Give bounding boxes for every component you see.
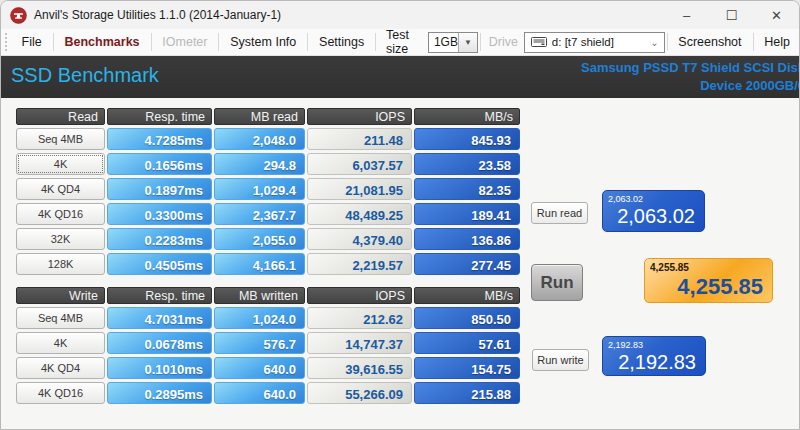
iops-cell: 39,616.55 (307, 357, 412, 379)
read-table: Read Resp. time MB read IOPS MB/s Seq 4M… (16, 108, 520, 275)
menu-separator (667, 33, 668, 51)
menu-help[interactable]: Help (755, 29, 799, 55)
drive-value: d: [t7 shield] (552, 36, 646, 48)
total-score-small: 4,255.85 (645, 259, 772, 273)
mb-read-cell: 294.8 (214, 153, 305, 175)
resp-time-cell: 4.7031ms (107, 307, 212, 329)
mbs-cell: 189.41 (414, 203, 520, 225)
page-title: SSD Benchmark (11, 64, 159, 87)
iops-cell: 55,266.09 (307, 382, 412, 404)
resp-time-cell: 0.1897ms (107, 178, 212, 200)
iops-cell: 4,379.40 (307, 228, 412, 250)
menu-bar: File Benchmarks IOmeter System Info Sett… (1, 29, 799, 56)
resp-time-cell: 4.7285ms (107, 128, 212, 150)
test-size-value: 1GB (429, 35, 458, 49)
run-button[interactable]: Run (531, 264, 583, 301)
column-header: Resp. time (107, 287, 212, 304)
column-header: Resp. time (107, 108, 212, 125)
column-header: MB/s (414, 287, 520, 304)
iops-cell: 21,081.95 (307, 178, 412, 200)
iops-cell: 211.48 (307, 128, 412, 150)
total-score-box: 4,255.85 4,255.85 (644, 258, 773, 303)
row-button-128k-read[interactable]: 128K (16, 253, 105, 275)
row-button-4k-read[interactable]: 4K (16, 153, 105, 175)
maximize-icon[interactable]: ☐ (709, 1, 754, 29)
menu-separator (307, 33, 308, 51)
mb-written-cell: 576.7 (214, 332, 305, 354)
mb-written-cell: 640.0 (214, 357, 305, 379)
iops-cell: 2,219.57 (307, 253, 412, 275)
column-header: MB written (214, 287, 305, 304)
test-size-select[interactable]: 1GB ▼ (428, 32, 478, 53)
toolbar-gripper[interactable] (5, 33, 9, 51)
menu-settings[interactable]: Settings (310, 29, 373, 55)
mbs-cell: 57.61 (414, 332, 520, 354)
write-score-box: 2,192.83 2,192.83 (602, 336, 706, 376)
menu-screenshot[interactable]: Screenshot (669, 29, 750, 55)
mb-read-cell: 2,048.0 (214, 128, 305, 150)
write-score-small: 2,192.83 (603, 337, 705, 350)
read-score-box: 2,063.02 2,063.02 (602, 190, 705, 232)
resp-time-cell: 0.0678ms (107, 332, 212, 354)
mb-written-cell: 640.0 (214, 382, 305, 404)
mbs-cell: 154.75 (414, 357, 520, 379)
row-button-4k-write[interactable]: 4K (16, 332, 105, 354)
row-button-4kqd16-read[interactable]: 4K QD16 (16, 203, 105, 225)
close-icon[interactable]: ✕ (754, 1, 799, 29)
chevron-down-icon[interactable]: ⌄ (646, 37, 664, 48)
iops-cell: 14,747.37 (307, 332, 412, 354)
app-window: Anvil's Storage Utilities 1.1.0 (2014-Ja… (0, 0, 800, 430)
mbs-cell: 136.86 (414, 228, 520, 250)
column-header: IOPS (307, 287, 412, 304)
device-name: Samsung PSSD T7 Shield SCSI Disk (581, 59, 799, 77)
row-button-4kqd4-write[interactable]: 4K QD4 (16, 357, 105, 379)
section-header: SSD Benchmark Samsung PSSD T7 Shield SCS… (1, 56, 799, 98)
row-button-32k-read[interactable]: 32K (16, 228, 105, 250)
iops-cell: 48,489.25 (307, 203, 412, 225)
write-table: Write Resp. time MB written IOPS MB/s Se… (16, 287, 520, 404)
read-score-small: 2,063.02 (603, 191, 704, 204)
device-info: Samsung PSSD T7 Shield SCSI Disk Device … (581, 59, 799, 94)
row-button-seq4mb-read[interactable]: Seq 4MB (16, 128, 105, 150)
chevron-down-icon[interactable]: ▼ (458, 33, 477, 52)
drive-icon (531, 37, 547, 47)
row-button-4kqd16-write[interactable]: 4K QD16 (16, 382, 105, 404)
resp-time-cell: 0.3300ms (107, 203, 212, 225)
resp-time-cell: 0.2895ms (107, 382, 212, 404)
minimize-icon[interactable]: – (664, 1, 709, 29)
mb-read-cell: 2,367.7 (214, 203, 305, 225)
menu-file[interactable]: File (13, 29, 51, 55)
column-header: Read (16, 108, 105, 125)
title-bar: Anvil's Storage Utilities 1.1.0 (2014-Ja… (1, 1, 799, 29)
mbs-cell: 82.35 (414, 178, 520, 200)
run-write-button[interactable]: Run write (532, 349, 589, 371)
column-header: IOPS (307, 108, 412, 125)
menu-separator (218, 33, 219, 51)
menu-benchmarks[interactable]: Benchmarks (56, 29, 149, 55)
drive-label: Drive (483, 35, 524, 49)
menu-system-info[interactable]: System Info (221, 29, 305, 55)
mbs-cell: 850.50 (414, 307, 520, 329)
mb-written-cell: 1,024.0 (214, 307, 305, 329)
read-score-value: 2,063.02 (603, 204, 704, 228)
mb-read-cell: 1,029.4 (214, 178, 305, 200)
menu-separator (375, 33, 376, 51)
column-header: MB read (214, 108, 305, 125)
menu-iometer: IOmeter (153, 29, 216, 55)
iops-cell: 6,037.57 (307, 153, 412, 175)
window-title: Anvil's Storage Utilities 1.1.0 (2014-Ja… (34, 8, 281, 22)
column-header: Write (16, 287, 105, 304)
mb-read-cell: 2,055.0 (214, 228, 305, 250)
menu-separator (753, 33, 754, 51)
resp-time-cell: 0.1656ms (107, 153, 212, 175)
mbs-cell: 845.93 (414, 128, 520, 150)
menu-separator (480, 33, 481, 51)
run-read-button[interactable]: Run read (531, 202, 588, 224)
drive-select[interactable]: d: [t7 shield] ⌄ (524, 32, 665, 53)
resp-time-cell: 0.1010ms (107, 357, 212, 379)
device-capacity: Device 2000GB/0 (581, 77, 799, 95)
row-button-seq4mb-write[interactable]: Seq 4MB (16, 307, 105, 329)
row-button-4kqd4-read[interactable]: 4K QD4 (16, 178, 105, 200)
mbs-cell: 277.45 (414, 253, 520, 275)
test-size-label: Test size (378, 28, 428, 56)
